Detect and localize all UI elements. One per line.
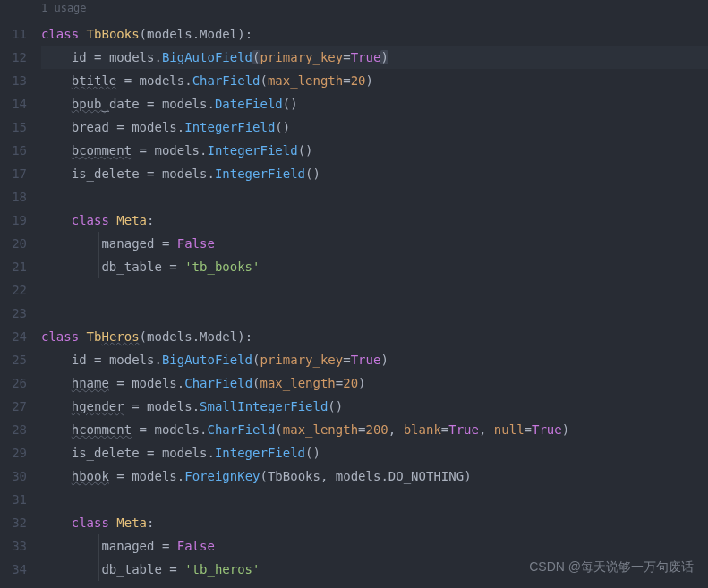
line-number: 15 bbox=[0, 115, 36, 139]
code-line[interactable]: hname = models.CharField(max_length=20) bbox=[41, 371, 708, 395]
code-line[interactable]: id = models.BigAutoField(primary_key=Tru… bbox=[41, 348, 708, 371]
line-number: 34 bbox=[0, 558, 36, 581]
line-number: 28 bbox=[0, 418, 36, 441]
code-line[interactable]: managed = False bbox=[41, 232, 708, 255]
code-line[interactable]: bcomment = models.IntegerField() bbox=[41, 139, 708, 162]
line-number: 32 bbox=[0, 511, 36, 534]
code-line[interactable] bbox=[41, 278, 708, 302]
line-number: 25 bbox=[0, 348, 36, 371]
line-number: 23 bbox=[0, 302, 36, 325]
code-line[interactable]: class TbHeros(models.Model): bbox=[41, 325, 708, 348]
line-number: 26 bbox=[0, 371, 36, 395]
line-number: 13 bbox=[0, 69, 36, 92]
code-line[interactable]: id = models.BigAutoField(primary_key=Tru… bbox=[41, 46, 708, 69]
code-line[interactable]: hbook = models.ForeignKey(TbBooks, model… bbox=[41, 464, 708, 488]
code-editor[interactable]: 11 12 13 14 15 16 17 18 19 20 21 22 23 2… bbox=[0, 20, 708, 588]
code-line[interactable]: is_delete = models.IntegerField() bbox=[41, 441, 708, 464]
code-line[interactable] bbox=[41, 302, 708, 325]
line-number: 16 bbox=[0, 139, 36, 162]
code-line[interactable]: class TbBooks(models.Model): bbox=[41, 22, 708, 46]
code-line[interactable]: db_table = 'tb_books' bbox=[41, 255, 708, 278]
line-number: 17 bbox=[0, 162, 36, 185]
code-line[interactable] bbox=[41, 488, 708, 511]
line-number: 24 bbox=[0, 325, 36, 348]
watermark: CSDN @每天说够一万句废话 bbox=[529, 559, 694, 575]
code-line[interactable]: hcomment = models.CharField(max_length=2… bbox=[41, 418, 708, 441]
line-number: 21 bbox=[0, 255, 36, 278]
line-number: 19 bbox=[0, 209, 36, 232]
code-line[interactable]: hgender = models.SmallIntegerField() bbox=[41, 395, 708, 418]
code-line[interactable]: class Meta: bbox=[41, 209, 708, 232]
line-numbers-gutter: 11 12 13 14 15 16 17 18 19 20 21 22 23 2… bbox=[0, 20, 36, 588]
code-line[interactable]: managed = False bbox=[41, 534, 708, 558]
usage-hint: 1 usage bbox=[0, 0, 708, 20]
line-number: 11 bbox=[0, 22, 36, 46]
code-line[interactable]: is_delete = models.IntegerField() bbox=[41, 162, 708, 185]
line-number: 14 bbox=[0, 92, 36, 115]
code-line[interactable]: bpub_date = models.DateField() bbox=[41, 92, 708, 115]
line-number: 29 bbox=[0, 441, 36, 464]
line-number: 31 bbox=[0, 488, 36, 511]
code-content[interactable]: class TbBooks(models.Model): id = models… bbox=[36, 20, 708, 588]
line-number: 27 bbox=[0, 395, 36, 418]
code-line[interactable] bbox=[41, 185, 708, 209]
line-number: 22 bbox=[0, 278, 36, 302]
code-line[interactable]: class Meta: bbox=[41, 511, 708, 534]
line-number: 30 bbox=[0, 464, 36, 488]
line-number: 18 bbox=[0, 185, 36, 209]
code-line[interactable]: btitle = models.CharField(max_length=20) bbox=[41, 69, 708, 92]
line-number: 33 bbox=[0, 534, 36, 558]
line-number: 20 bbox=[0, 232, 36, 255]
line-number: 12 bbox=[0, 46, 36, 69]
code-line[interactable]: bread = models.IntegerField() bbox=[41, 115, 708, 139]
